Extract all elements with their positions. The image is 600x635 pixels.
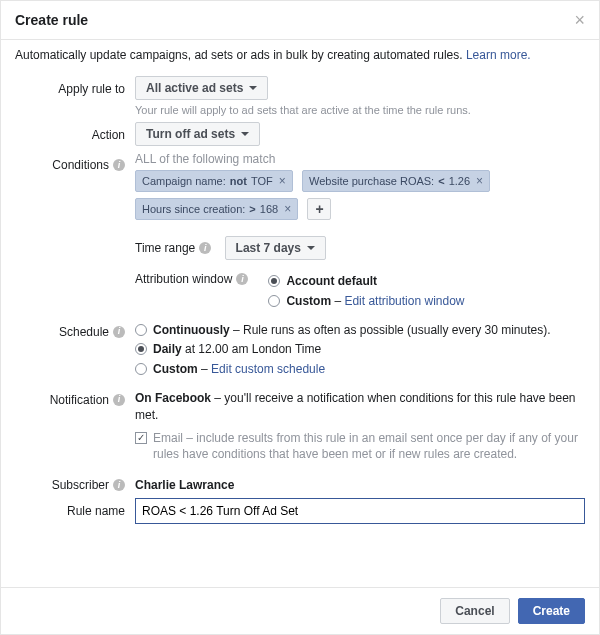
edit-attr-link[interactable]: Edit attribution window bbox=[344, 294, 464, 308]
conditions-label: Conditions bbox=[52, 158, 109, 172]
rule-name-label: Rule name bbox=[15, 498, 135, 518]
attr-default-radio[interactable] bbox=[268, 275, 280, 287]
modal-footer: Cancel Create bbox=[1, 587, 599, 634]
chip-remove-icon[interactable]: × bbox=[282, 202, 291, 216]
schedule-daily-desc: at 12.00 am London Time bbox=[182, 342, 321, 356]
modal-subtext: Automatically update campaigns, ad sets … bbox=[1, 40, 599, 66]
attr-custom-radio[interactable] bbox=[268, 295, 280, 307]
create-rule-modal: Create rule × Automatically update campa… bbox=[0, 0, 600, 635]
time-range-value: Last 7 days bbox=[236, 241, 301, 255]
apply-rule-dropdown[interactable]: All active ad sets bbox=[135, 76, 268, 100]
subtext-text: Automatically update campaigns, ad sets … bbox=[15, 48, 463, 62]
action-label: Action bbox=[15, 122, 135, 142]
attr-window-label: Attribution window bbox=[135, 272, 232, 286]
schedule-cont-name: Continuously bbox=[153, 323, 230, 337]
notif-email-checkbox[interactable]: ✓ bbox=[135, 432, 147, 444]
action-value: Turn off ad sets bbox=[146, 127, 235, 141]
subscriber-name: Charlie Lawrance bbox=[135, 478, 234, 492]
notification-label: Notification bbox=[50, 393, 109, 407]
info-icon[interactable]: i bbox=[113, 479, 125, 491]
time-range-dropdown[interactable]: Last 7 days bbox=[225, 236, 326, 260]
time-range-label: Time range bbox=[135, 241, 195, 255]
info-icon[interactable]: i bbox=[113, 326, 125, 338]
schedule-custom-name: Custom bbox=[153, 362, 198, 376]
schedule-custom-radio[interactable] bbox=[135, 363, 147, 375]
create-button[interactable]: Create bbox=[518, 598, 585, 624]
schedule-daily-radio[interactable] bbox=[135, 343, 147, 355]
apply-rule-helper: Your rule will apply to ad sets that are… bbox=[135, 104, 585, 116]
condition-chip[interactable]: Hours since creation: > 168 × bbox=[135, 198, 298, 220]
schedule-cont-radio[interactable] bbox=[135, 324, 147, 336]
chip-remove-icon[interactable]: × bbox=[277, 174, 286, 188]
conditions-match-text: ALL of the following match bbox=[135, 152, 585, 166]
chip-remove-icon[interactable]: × bbox=[474, 174, 483, 188]
apply-rule-label: Apply rule to bbox=[15, 76, 135, 96]
info-icon[interactable]: i bbox=[236, 273, 248, 285]
info-icon[interactable]: i bbox=[113, 394, 125, 406]
add-condition-button[interactable]: + bbox=[307, 198, 331, 220]
subscriber-label: Subscriber bbox=[52, 478, 109, 492]
edit-schedule-link[interactable]: Edit custom schedule bbox=[211, 362, 325, 376]
learn-more-link[interactable]: Learn more. bbox=[466, 48, 531, 62]
schedule-daily-name: Daily bbox=[153, 342, 182, 356]
condition-chip[interactable]: Campaign name: not TOF × bbox=[135, 170, 293, 192]
caret-down-icon bbox=[241, 132, 249, 136]
schedule-cont-desc: – Rule runs as often as possible (usuall… bbox=[230, 323, 551, 337]
cancel-button[interactable]: Cancel bbox=[440, 598, 509, 624]
caret-down-icon bbox=[249, 86, 257, 90]
attr-default-label: Account default bbox=[286, 273, 377, 290]
notif-email-desc: – include results from this rule in an e… bbox=[153, 431, 578, 462]
info-icon[interactable]: i bbox=[199, 242, 211, 254]
action-dropdown[interactable]: Turn off ad sets bbox=[135, 122, 260, 146]
schedule-label: Schedule bbox=[59, 325, 109, 339]
caret-down-icon bbox=[307, 246, 315, 250]
apply-rule-value: All active ad sets bbox=[146, 81, 243, 95]
notif-email-name: Email bbox=[153, 431, 183, 445]
close-icon[interactable]: × bbox=[574, 11, 585, 29]
modal-title: Create rule bbox=[15, 12, 88, 28]
attr-custom-label: Custom bbox=[286, 294, 331, 308]
info-icon[interactable]: i bbox=[113, 159, 125, 171]
notif-fb-name: On Facebook bbox=[135, 391, 211, 405]
modal-body: Apply rule to All active ad sets Your ru… bbox=[1, 66, 599, 587]
condition-chip[interactable]: Website purchase ROAS: < 1.26 × bbox=[302, 170, 490, 192]
modal-header: Create rule × bbox=[1, 1, 599, 40]
rule-name-input[interactable] bbox=[135, 498, 585, 524]
conditions-chips: Campaign name: not TOF × Website purchas… bbox=[135, 170, 585, 226]
